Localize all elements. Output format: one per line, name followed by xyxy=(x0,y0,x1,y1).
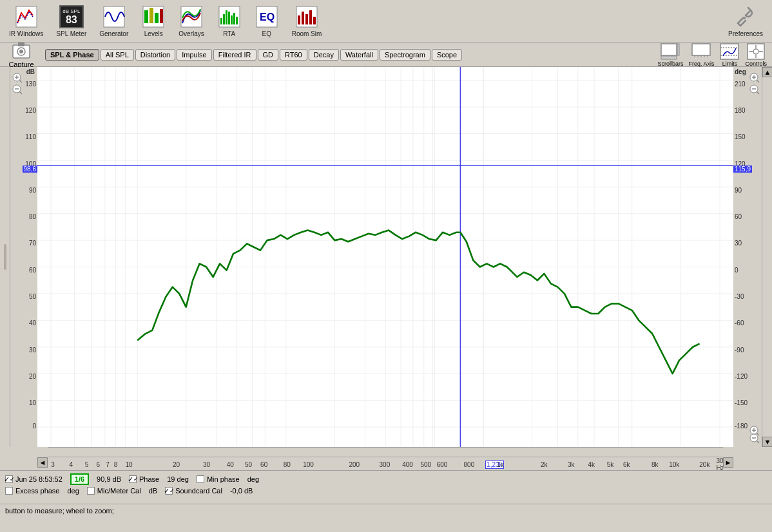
x-label-20: 20 xyxy=(173,461,180,468)
x-label-10k: 10k xyxy=(669,461,679,468)
deg-label-m60: -60 xyxy=(735,319,744,327)
scroll-right-up[interactable]: ▲ xyxy=(762,67,772,77)
excess-phase-checkbox[interactable] xyxy=(5,487,13,495)
right-scrollbar[interactable]: ▲ ▼ xyxy=(762,67,772,447)
svg-rect-6 xyxy=(160,9,163,23)
zoom-out-right-bottom[interactable] xyxy=(749,433,760,446)
min-phase-label: Min phase xyxy=(207,475,240,483)
ir-windows-button[interactable]: IR Windows xyxy=(5,2,47,40)
levels-button[interactable]: Levels xyxy=(137,2,169,40)
svg-rect-23 xyxy=(313,17,316,24)
preferences-button[interactable]: Preferences xyxy=(724,2,767,40)
x-label-20k: 20k xyxy=(699,461,709,468)
x-label-5k: 5k xyxy=(607,461,614,468)
hline-right-label: 115,9 xyxy=(733,166,752,173)
x-label-300: 300 xyxy=(380,461,391,468)
limits-button[interactable]: Limits xyxy=(719,43,740,67)
tab-all-spl[interactable]: All SPL xyxy=(101,49,134,61)
svg-rect-20 xyxy=(302,12,304,24)
y-label-30: 30 xyxy=(29,347,36,354)
freq-axis-button[interactable]: Freq. Axis xyxy=(688,43,714,67)
freq-axis-icon xyxy=(691,43,711,61)
phase-checkbox-item: ✓ Phase xyxy=(129,475,159,483)
main-area: dB 130 120 110 100 90 80 70 60 50 40 30 … xyxy=(0,67,772,447)
svg-rect-14 xyxy=(233,13,235,24)
x-label-30: 30 xyxy=(203,461,210,468)
controls-button[interactable]: Controls xyxy=(745,43,767,67)
deg-label-180: 180 xyxy=(735,107,746,114)
tab-scope[interactable]: Scope xyxy=(432,49,462,61)
deg-label-m150: -150 xyxy=(735,399,748,406)
tab-spectrogram[interactable]: Spectrogram xyxy=(380,49,430,61)
info-row2: Excess phase deg Mic/Meter Cal dB ✓ Soun… xyxy=(5,487,767,495)
tab-distortion[interactable]: Distortion xyxy=(135,49,175,61)
chart-area[interactable] xyxy=(37,67,733,447)
x-label-1k: 1k xyxy=(497,461,504,468)
overlays-icon xyxy=(179,5,204,29)
right-axis-title: deg xyxy=(735,68,746,75)
x-scrollbar-track[interactable] xyxy=(48,447,723,457)
scroll-right-down[interactable]: ▼ xyxy=(762,437,772,447)
overlays-button[interactable]: Overlays xyxy=(175,2,207,40)
mic-cal-value-item: dB xyxy=(149,487,157,495)
svg-line-106 xyxy=(757,80,759,82)
scroll-left-button[interactable]: ◄ xyxy=(37,457,48,468)
x-label-400: 400 xyxy=(402,461,413,468)
zoom-in-right[interactable] xyxy=(749,72,760,85)
phase-value-item: 19 deg xyxy=(167,475,189,483)
tab-gd[interactable]: GD xyxy=(258,49,279,61)
x-label-7: 7 xyxy=(106,461,110,468)
y-label-110: 110 xyxy=(25,133,36,140)
deg-label-210: 210 xyxy=(735,81,746,88)
svg-rect-19 xyxy=(298,15,300,24)
limits-label: Limits xyxy=(722,61,738,67)
tab-rt60[interactable]: RT60 xyxy=(280,49,307,61)
hline-left-label: 98,6 xyxy=(23,166,37,173)
tab-spl-phase[interactable]: SPL & Phase xyxy=(45,49,99,61)
deg-label-m120: -120 xyxy=(735,373,748,380)
mic-cal-checkbox[interactable] xyxy=(87,487,95,495)
min-phase-checkbox[interactable] xyxy=(197,475,204,483)
zoom-out-right[interactable] xyxy=(749,84,760,97)
rta-label: RTA xyxy=(223,30,235,37)
eq-button[interactable]: EQ EQ xyxy=(251,2,283,40)
tab-impulse[interactable]: Impulse xyxy=(177,49,212,61)
zoom-out-left[interactable] xyxy=(12,84,23,97)
eq-icon: EQ xyxy=(255,5,279,29)
capture-button[interactable]: Capture xyxy=(5,41,37,68)
deg-label-60: 60 xyxy=(735,213,742,220)
x-label-100: 100 xyxy=(303,461,314,468)
excess-phase-value: deg xyxy=(67,487,79,495)
x-label-4: 4 xyxy=(70,461,73,468)
phase-checkbox[interactable]: ✓ xyxy=(129,475,137,483)
soundcard-cal-checkbox[interactable]: ✓ xyxy=(165,487,173,495)
room-sim-button[interactable]: Room Sim xyxy=(288,2,326,40)
measurement-checkbox[interactable]: ✓ xyxy=(5,475,13,483)
generator-button[interactable]: Generator xyxy=(95,2,132,40)
tab-filtered-ir[interactable]: Filtered IR xyxy=(213,49,256,61)
right-controls: Scrollbars Freq. Axis xyxy=(657,43,767,67)
scroll-right-button[interactable]: ► xyxy=(723,457,733,468)
svg-rect-5 xyxy=(155,13,159,23)
svg-rect-30 xyxy=(661,56,677,59)
capture-icon xyxy=(12,41,31,61)
tab-waterfall[interactable]: Waterfall xyxy=(340,49,378,61)
spl-meter-button[interactable]: dB SPL 83 SPL Meter xyxy=(52,2,90,40)
svg-rect-4 xyxy=(150,8,153,23)
y-label-130: 130 xyxy=(25,81,36,88)
left-resize-handle[interactable] xyxy=(0,67,10,447)
x-label-2k: 2k xyxy=(541,461,548,468)
svg-rect-22 xyxy=(309,10,312,24)
left-axis-title: dB xyxy=(26,68,35,75)
scrollbars-button[interactable]: Scrollbars xyxy=(657,43,683,67)
status-bar: button to measure; wheel to zoom; xyxy=(0,504,772,517)
generator-icon xyxy=(102,5,126,29)
deg-label-m90: -90 xyxy=(735,347,744,354)
tab-decay[interactable]: Decay xyxy=(309,49,339,61)
zoom-in-left[interactable] xyxy=(12,72,23,85)
svg-line-54 xyxy=(19,91,22,94)
smoothing-value[interactable]: 1/6 xyxy=(70,473,89,485)
y-label-50: 50 xyxy=(29,293,36,300)
svg-rect-10 xyxy=(223,14,225,24)
rta-button[interactable]: RTA xyxy=(213,2,246,40)
